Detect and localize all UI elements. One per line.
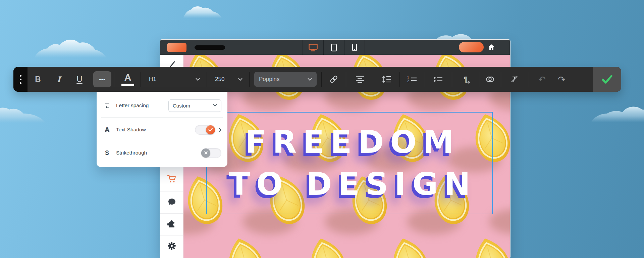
text-direction-button[interactable]: ¶ — [452, 67, 479, 92]
font-size-select[interactable]: 250 — [207, 67, 249, 92]
headline-line-1[interactable]: FREEDOM — [245, 127, 460, 158]
toggle-knob-off — [201, 148, 210, 158]
interlocked-rings-icon — [485, 76, 495, 83]
device-preview-switcher — [303, 40, 365, 55]
chevron-down-icon — [308, 78, 312, 81]
chat-bubble-icon — [168, 198, 176, 206]
sidebar-item-settings[interactable] — [160, 242, 183, 250]
gear-icon — [167, 242, 176, 250]
text-shadow-icon: A — [103, 126, 111, 133]
font-family-box: Poppins — [254, 72, 317, 87]
pilcrow-icon: ¶ — [464, 76, 468, 83]
bullet-list-icon — [433, 76, 443, 82]
letter-spacing-row: Letter spacing Custom — [97, 94, 227, 117]
selected-text-block[interactable]: FREEDOM TO DESIGN — [206, 112, 493, 214]
align-center-icon — [355, 76, 365, 83]
letter-spacing-value: Custom — [173, 103, 190, 109]
italic-button[interactable]: I — [48, 67, 69, 92]
chevron-right-icon — [219, 128, 221, 132]
clear-format-icon — [511, 75, 519, 83]
sidebar-item-comments[interactable] — [160, 198, 183, 206]
history-group: ↶ ↷ — [528, 67, 575, 92]
confirm-button[interactable] — [593, 67, 621, 92]
more-options-panel: Letter spacing Custom A Text Shadow — [97, 92, 227, 167]
desktop-icon — [309, 44, 318, 51]
home-icon — [488, 44, 494, 50]
undo-button[interactable]: ↶ — [538, 75, 546, 84]
link-button[interactable] — [322, 67, 346, 92]
ordered-list-button[interactable]: 12 — [400, 67, 424, 92]
cloud-right-edge — [591, 103, 644, 122]
cart-icon — [167, 174, 176, 183]
sidebar-divider — [160, 191, 183, 191]
cloud-left-edge — [0, 105, 55, 123]
align-center-button[interactable] — [346, 67, 374, 92]
brand-logo[interactable] — [167, 43, 186, 52]
redo-button[interactable]: ↷ — [558, 75, 566, 84]
font-family-select[interactable]: Poppins — [250, 67, 321, 92]
underline-button[interactable]: U — [69, 67, 90, 92]
check-icon — [601, 75, 613, 84]
chevron-down-icon — [196, 78, 200, 81]
heading-style-select[interactable]: H1 — [141, 67, 207, 92]
mobile-icon — [352, 44, 357, 51]
cloud-top-middle — [183, 5, 223, 18]
puzzle-icon — [167, 219, 176, 228]
sidebar-divider — [160, 235, 183, 235]
text-format-toolbar: B I U ••• A H1 250 Poppins — [13, 67, 621, 92]
check-icon — [208, 128, 213, 132]
mobile-preview-button[interactable] — [344, 40, 365, 55]
strikethrough-label: Strikethrough — [116, 150, 147, 156]
link-icon — [329, 75, 338, 84]
sidebar-item-store[interactable] — [160, 174, 183, 183]
strikethrough-row: S Strikethrough — [97, 142, 227, 164]
more-options-button[interactable]: ••• — [90, 67, 115, 92]
chevron-down-icon — [238, 78, 243, 81]
unlink-button[interactable] — [479, 67, 501, 92]
strikethrough-icon: S — [103, 149, 111, 157]
clear-formatting-button[interactable] — [501, 67, 528, 92]
bullet-list-button[interactable] — [424, 67, 452, 92]
x-icon — [204, 151, 208, 155]
ordered-list-numbers: 12 — [407, 76, 409, 83]
tablet-preview-button[interactable] — [323, 40, 344, 55]
ellipsis-icon: ••• — [93, 71, 111, 87]
text-shadow-row: A Text Shadow — [97, 118, 227, 142]
line-height-button[interactable] — [374, 67, 399, 92]
cloud-top-left — [34, 35, 107, 58]
home-button[interactable] — [488, 44, 494, 51]
sidebar-item-addons[interactable] — [160, 219, 183, 228]
headline-line-2[interactable]: TO DESIGN — [229, 169, 477, 200]
letter-spacing-label: Letter spacing — [116, 102, 149, 109]
bold-button[interactable]: B — [28, 67, 48, 92]
publish-button[interactable] — [459, 42, 484, 52]
browser-top-bar — [160, 40, 510, 55]
strikethrough-toggle[interactable] — [201, 148, 221, 158]
ordered-list-icon — [411, 76, 417, 82]
letter-spacing-icon — [103, 102, 111, 109]
marketing-hero-scene: FREEDOM TO DESIGN B I U ••• A H1 250 — [0, 0, 644, 258]
page-title-placeholder — [195, 45, 225, 50]
toolbar-drag-handle[interactable] — [13, 67, 28, 92]
letter-spacing-select[interactable]: Custom — [168, 99, 221, 112]
sidebar-divider — [160, 213, 183, 214]
text-color-button[interactable]: A — [115, 67, 141, 92]
desktop-preview-button[interactable] — [303, 40, 323, 55]
toggle-knob-on — [206, 125, 215, 134]
text-shadow-label: Text Shadow — [116, 127, 146, 133]
text-shadow-submenu-chevron[interactable] — [219, 128, 221, 132]
chevron-down-icon — [213, 104, 217, 107]
line-height-icon — [382, 75, 391, 83]
tablet-icon — [331, 44, 337, 51]
text-color-icon: A — [121, 73, 134, 86]
text-shadow-toggle[interactable] — [195, 125, 215, 135]
